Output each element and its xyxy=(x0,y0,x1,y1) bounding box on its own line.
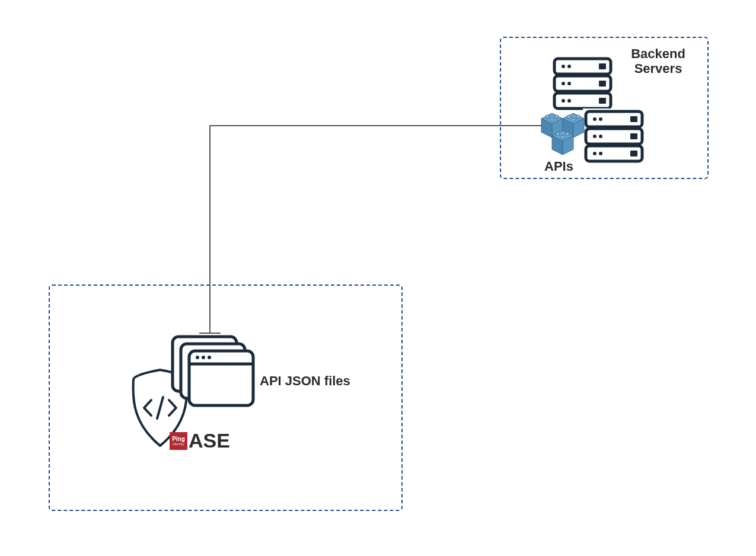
svg-point-51 xyxy=(208,356,211,359)
svg-point-42 xyxy=(566,132,569,136)
svg-point-31 xyxy=(550,118,554,122)
svg-rect-25 xyxy=(630,151,637,156)
ping-identity-badge: Ping Identity xyxy=(170,432,187,450)
ping-badge-bottom: Identity xyxy=(173,442,184,446)
svg-rect-12 xyxy=(599,98,606,104)
svg-point-5 xyxy=(567,65,571,68)
svg-point-50 xyxy=(202,356,205,359)
api-cubes-icon xyxy=(537,110,590,163)
svg-rect-19 xyxy=(630,116,637,122)
svg-point-43 xyxy=(561,135,564,139)
svg-rect-6 xyxy=(599,63,606,69)
backend-title-line1: Backend xyxy=(631,46,685,61)
svg-point-37 xyxy=(572,118,575,122)
svg-point-35 xyxy=(567,115,570,119)
svg-point-30 xyxy=(555,115,559,119)
svg-point-20 xyxy=(593,135,596,138)
svg-point-29 xyxy=(546,115,549,119)
api-json-files-label: API JSON files xyxy=(260,373,350,388)
svg-point-7 xyxy=(562,82,565,85)
backend-title-line2: Servers xyxy=(634,61,682,76)
diagram-canvas: Backend Servers APIs AP xyxy=(0,0,756,556)
svg-point-4 xyxy=(562,65,565,68)
files-windows-icon xyxy=(169,333,258,410)
backend-servers-title: Backend Servers xyxy=(611,46,706,76)
svg-point-18 xyxy=(599,117,602,121)
svg-point-23 xyxy=(593,152,596,155)
svg-rect-22 xyxy=(630,133,637,139)
server-stack-icon-front xyxy=(583,108,645,165)
svg-point-17 xyxy=(593,117,596,121)
ase-label: ASE xyxy=(189,429,230,452)
svg-point-24 xyxy=(599,152,602,155)
svg-point-11 xyxy=(567,99,571,103)
svg-rect-9 xyxy=(599,81,606,87)
svg-rect-47 xyxy=(189,351,253,405)
svg-point-10 xyxy=(562,99,565,103)
svg-point-49 xyxy=(196,356,199,359)
apis-label: APIs xyxy=(544,159,573,174)
svg-point-36 xyxy=(576,115,580,119)
server-stack-icon-back xyxy=(551,56,614,112)
svg-point-8 xyxy=(567,82,571,85)
svg-point-41 xyxy=(556,132,560,136)
ping-badge-top: Ping xyxy=(172,436,185,442)
svg-point-21 xyxy=(599,135,602,138)
